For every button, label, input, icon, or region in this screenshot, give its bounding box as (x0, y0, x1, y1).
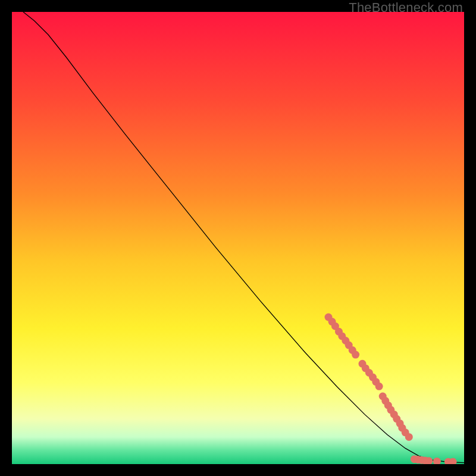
gradient-background (12, 12, 464, 464)
chart-svg (12, 12, 464, 464)
data-marker (405, 433, 413, 441)
chart-frame (12, 12, 464, 464)
data-marker (375, 383, 383, 390)
data-marker (352, 351, 359, 359)
watermark-label: TheBottleneck.com (349, 0, 463, 15)
